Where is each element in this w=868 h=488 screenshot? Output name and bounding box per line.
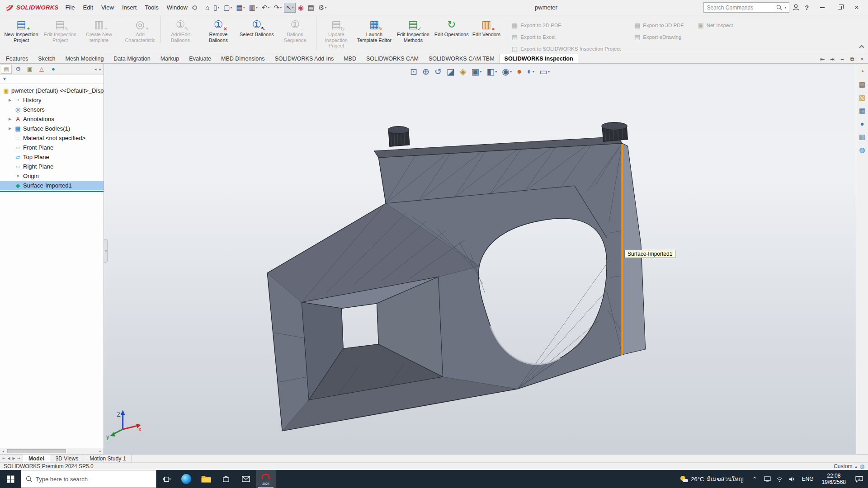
export-edrawing-button[interactable]: ▤ Export eDrawing <box>634 32 684 42</box>
display-tray-button[interactable] <box>761 476 774 482</box>
ribbon-collapse-icon[interactable] <box>859 45 864 50</box>
expand-arrow-icon[interactable]: ▶ <box>9 127 14 131</box>
edit-inspection-methods-button[interactable]: ▤ ✓ Edit Inspection Methods <box>394 16 433 43</box>
action-center-button[interactable]: 2 <box>850 476 868 483</box>
close-button[interactable] <box>848 1 865 14</box>
tab-markup[interactable]: Markup <box>156 54 184 63</box>
appearances-icon[interactable]: ● <box>860 120 864 128</box>
volume-tray-button[interactable] <box>786 476 798 482</box>
print-icon[interactable]: ▥ <box>247 3 259 13</box>
first-model-tab-icon[interactable]: ⇤ <box>1 456 6 460</box>
select-icon[interactable]: ↖ <box>284 3 296 13</box>
view-palette-icon[interactable]: ▦ <box>859 107 865 115</box>
create-new-template-button[interactable]: ▥ + Create New template <box>80 16 118 43</box>
options-icon[interactable]: ⚙ <box>316 3 328 13</box>
menu-insert[interactable]: Insert <box>118 3 141 12</box>
displaymanager-tab[interactable]: ● <box>48 65 59 74</box>
edit-vendors-button[interactable]: ▥ ● Edit Vendors <box>471 16 502 38</box>
tab-sketch[interactable]: Sketch <box>33 54 60 63</box>
net-inspect-button[interactable]: ▣ Net-Inspect <box>691 20 733 30</box>
chevron-up-icon[interactable] <box>855 465 857 469</box>
forum-icon[interactable]: ◍ <box>859 146 865 154</box>
tab-solidworks-add-ins[interactable]: SOLIDWORKS Add-Ins <box>270 54 339 63</box>
file-explorer-icon[interactable]: ▧ <box>859 94 865 102</box>
help-icon[interactable] <box>802 4 811 11</box>
update-inspection-project-button[interactable]: ▤ ↻ Update Inspection Project <box>316 16 355 49</box>
featuremanager-tab[interactable]: ▤ <box>1 65 12 74</box>
save-icon[interactable]: ▦ <box>235 3 247 13</box>
export-3d-pdf-button[interactable]: ▤ Export to 3D PDF <box>634 20 684 30</box>
cad-model[interactable]: Z x y <box>104 64 856 454</box>
menu-edit[interactable]: Edit <box>79 3 97 12</box>
tab-data-migration[interactable]: Data Migration <box>108 54 155 63</box>
model-tab-3d-views[interactable]: 3D Views <box>50 455 84 462</box>
start-button[interactable] <box>0 470 21 488</box>
export-excel-button[interactable]: ▤ Export to Excel <box>512 32 621 42</box>
expand-arrow-icon[interactable]: ▶ <box>9 98 14 102</box>
redo-icon[interactable]: ↷ <box>272 3 284 13</box>
tree-item-front-plane[interactable]: ▱ Front Plane <box>0 143 104 152</box>
doc-restore-icon[interactable]: ⧉ <box>847 56 857 62</box>
taskbar-search-box[interactable]: Type here to search <box>21 470 156 488</box>
add-characteristic-button[interactable]: ◎ + Add Characteristic <box>120 16 159 43</box>
maximize-button[interactable] <box>831 1 848 14</box>
model-tab-motion-study-1[interactable]: Motion Study 1 <box>84 455 132 462</box>
doc-close-icon[interactable]: × <box>857 56 867 62</box>
select-balloons-button[interactable]: ① ↖ Select Balloons <box>238 16 276 38</box>
remove-balloons-button[interactable]: ① × Remove Balloons <box>199 16 238 43</box>
edit-operations-button[interactable]: ↻ Edit Operations <box>433 16 471 38</box>
weather-widget[interactable]: 26°C มีเมฆส่วนใหญ่ <box>675 474 748 484</box>
pane-dock-right-icon[interactable]: ⇥ <box>827 56 837 62</box>
export-sw-inspection-project-button[interactable]: ▤ Export to SOLIDWORKS Inspection Projec… <box>512 43 621 54</box>
panel-horizontal-scrollbar[interactable]: ◂ ▸ <box>0 448 104 454</box>
solidworks-resources-icon[interactable]: ◔ <box>860 67 864 75</box>
panel-tab-scroll-left-icon[interactable]: ◂ <box>93 67 98 71</box>
home-icon[interactable]: ⌂ <box>203 3 211 12</box>
tree-root-item[interactable]: ▣ pwmeter (Default) <<Default>_Display <box>0 86 104 95</box>
dimxpertmanager-tab[interactable]: △ <box>36 65 47 74</box>
tab-mesh-modeling[interactable]: Mesh Modeling <box>61 54 109 63</box>
clock[interactable]: 22:08 19/6/2568 <box>818 473 850 485</box>
propertymanager-tab[interactable]: ⚙ <box>13 65 24 74</box>
tree-item-annotations[interactable]: ▶ A Annotations <box>0 114 104 124</box>
graphics-viewport[interactable]: ⊡ ⊕ ↺ ◪ <box>104 64 856 454</box>
filter-icon[interactable] <box>2 76 7 81</box>
tab-solidworks-cam[interactable]: SOLIDWORKS CAM <box>361 54 424 63</box>
tree-item-origin[interactable]: ⌖ Origin <box>0 171 104 181</box>
pin-icon[interactable] <box>192 4 198 10</box>
add-edit-balloons-button[interactable]: ① ✎ Add/Edit Balloons <box>160 16 199 43</box>
tree-item-top-plane[interactable]: ▱ Top Plane <box>0 152 104 162</box>
tree-item-sensors[interactable]: ◎ Sensors <box>0 105 104 114</box>
minimize-button[interactable] <box>814 1 831 14</box>
open-icon[interactable]: ▢ <box>222 3 234 13</box>
task-view-button[interactable] <box>156 470 176 488</box>
rollback-bar[interactable] <box>0 191 104 192</box>
edge-browser-button[interactable] <box>176 470 196 488</box>
mail-button[interactable] <box>236 470 256 488</box>
next-model-tab-icon[interactable]: ▶ <box>11 456 16 460</box>
design-library-icon[interactable]: ▤ <box>859 80 865 89</box>
scrollbar-thumb[interactable] <box>7 449 66 453</box>
scroll-right-icon[interactable]: ▸ <box>97 449 104 453</box>
scroll-left-icon[interactable]: ◂ <box>0 449 6 453</box>
last-model-tab-icon[interactable]: ⇥ <box>16 456 21 460</box>
panel-tab-scroll-right-icon[interactable]: ▸ <box>98 67 103 71</box>
doc-minimize-icon[interactable]: – <box>837 56 847 62</box>
file-properties-icon[interactable]: ▤ <box>306 3 316 13</box>
tab-evaluate[interactable]: Evaluate <box>184 54 216 63</box>
expand-arrow-icon[interactable]: ▶ <box>9 117 14 121</box>
pane-dock-left-icon[interactable]: ⇤ <box>817 56 827 62</box>
new-inspection-project-button[interactable]: ▤ + New Inspection Project <box>2 16 41 43</box>
tab-mbd[interactable]: MBD <box>339 54 361 63</box>
tab-solidworks-inspection[interactable]: SOLIDWORKS Inspection <box>500 54 578 63</box>
panel-collapse-handle[interactable] <box>104 239 108 263</box>
tree-item-history[interactable]: ▶ ◔ History <box>0 95 104 105</box>
prev-model-tab-icon[interactable]: ◀ <box>6 456 11 460</box>
menu-tools[interactable]: Tools <box>141 3 162 12</box>
custom-properties-icon[interactable]: ▥ <box>859 133 865 141</box>
tree-item-surface-bodies[interactable]: ▶ ▤ Surface Bodies(1) <box>0 124 104 133</box>
tree-item-right-plane[interactable]: ▱ Right Plane <box>0 162 104 171</box>
tab-mbd-dimensions[interactable]: MBD Dimensions <box>216 54 270 63</box>
file-explorer-button[interactable] <box>196 470 216 488</box>
menu-view[interactable]: View <box>97 3 118 12</box>
